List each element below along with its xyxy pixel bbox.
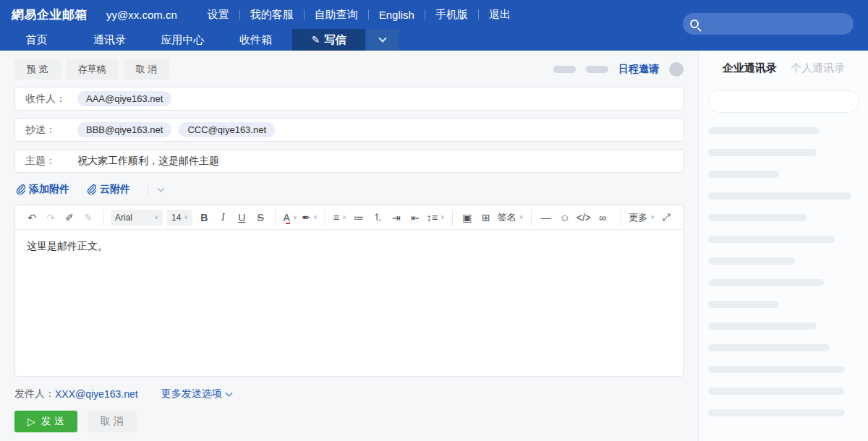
schedule-invite-link[interactable]: 日程邀请 <box>618 63 659 76</box>
chevron-down-icon: ∨ <box>293 214 297 220</box>
chevron-down-icon: ∨ <box>650 214 655 220</box>
global-search-input[interactable] <box>683 13 854 35</box>
skeleton-bar <box>708 409 845 416</box>
send-icon: ▷ <box>27 416 35 427</box>
fullscreen-button[interactable]: ⤢ <box>659 210 673 226</box>
placeholder-avatar-circle <box>669 62 684 77</box>
indent-button[interactable]: ⇥ <box>389 210 404 226</box>
subject-field[interactable]: 主题： 祝大家工作顺利，这是邮件主题 <box>14 149 684 173</box>
emoji-button[interactable]: ☺ <box>558 210 572 226</box>
placeholder-pill-2 <box>586 66 608 73</box>
insert-image-icon: ▣ <box>462 212 472 223</box>
nav-more-tabs-button[interactable] <box>367 29 399 51</box>
email-body-input[interactable]: 这里是邮件正文。 <box>15 230 683 376</box>
skeleton-bar <box>708 214 807 221</box>
add-attachment-link[interactable]: 添加附件 <box>16 183 69 196</box>
topbar-menu-item-3[interactable]: 自助查询 <box>305 8 368 22</box>
search-icon <box>690 20 699 28</box>
insert-image-button[interactable]: ▣ <box>460 210 475 226</box>
underline-button[interactable]: U <box>234 210 249 226</box>
send-button[interactable]: ▷ 发 送 <box>14 411 77 432</box>
outdent-button[interactable]: ⇤ <box>408 210 422 226</box>
toolbar-group-1: ↶↷✐✎ <box>22 210 98 226</box>
topbar-menu-item-2[interactable]: 我的客服 <box>240 8 304 22</box>
cc-recipient-pills: BBB@qiye163.netCCC@qiye163.net <box>77 122 282 137</box>
highlight-color-button[interactable]: ✒∨ <box>302 210 318 226</box>
undo-icon: ↶ <box>27 212 36 223</box>
recipient-pill[interactable]: BBB@qiye163.net <box>77 122 171 137</box>
emoji-icon: ☺ <box>560 212 570 223</box>
nav-tab-2[interactable]: 通讯录 <box>73 29 146 51</box>
font-color-button[interactable]: A∨ <box>283 210 297 226</box>
more-send-options-link[interactable]: 更多发送选项 <box>161 388 231 401</box>
chevron-down-icon[interactable] <box>158 185 165 192</box>
font-family-button[interactable]: Arial∨ <box>111 210 163 226</box>
nav-tab-1[interactable]: 首页 <box>0 29 73 51</box>
nav-tab-3[interactable]: 应用中心 <box>146 29 219 51</box>
topbar-menu-item-6[interactable]: 退出 <box>479 8 521 22</box>
italic-button[interactable]: I <box>216 210 230 226</box>
recipient-pill[interactable]: AAA@qiye163.net <box>77 91 171 106</box>
bold-icon: B <box>200 212 208 223</box>
numbered-list-button[interactable]: ⒈ <box>370 210 385 226</box>
chevron-down-icon <box>225 390 232 397</box>
nav-tab-4[interactable]: 收件箱 <box>219 29 292 51</box>
editor-toolbar: ↶↷✐✎Arial∨14∨BIUSA∨✒∨≡∨≔⒈⇥⇤↕≡∨▣⊞签名∨—☺</>… <box>15 205 683 230</box>
signature-icon: 签名 <box>498 211 516 224</box>
highlight-color-icon: ✒ <box>302 212 310 223</box>
cloud-attachment-link[interactable]: 云附件 <box>87 183 130 196</box>
indent-icon: ⇥ <box>392 212 401 223</box>
to-label: 收件人： <box>25 93 77 106</box>
account-email[interactable]: yy@xx.com.cn <box>106 9 177 21</box>
cancel-button-bottom[interactable]: 取 消 <box>88 411 137 432</box>
from-address-select[interactable]: XXX@qiye163.net <box>55 388 138 400</box>
skeleton-bar <box>708 171 779 178</box>
nav-tab-label: 通讯录 <box>93 33 126 47</box>
insert-table-button[interactable]: ⊞ <box>479 210 493 226</box>
insert-link-icon: ∞ <box>599 212 606 223</box>
more-tools-button[interactable]: 更多∨ <box>629 210 655 226</box>
contacts-loading-list <box>708 127 859 416</box>
strikethrough-button[interactable]: S <box>253 210 268 226</box>
cloud-attachment-label: 云附件 <box>100 183 130 196</box>
topbar-menu-item-1[interactable]: 设置 <box>197 8 239 22</box>
chevron-down-icon: ∨ <box>184 214 188 220</box>
contacts-tab-1[interactable]: 企业通讯录 <box>723 61 777 75</box>
cancel-button-top[interactable]: 取 消 <box>124 59 170 80</box>
nav-tab-5[interactable]: ✎写信 <box>292 29 365 51</box>
signature-button[interactable]: 签名∨ <box>498 210 524 226</box>
insert-table-icon: ⊞ <box>482 212 490 223</box>
contacts-tab-2[interactable]: 个人通讯录 <box>791 61 845 75</box>
insert-link-button[interactable]: ∞ <box>595 210 610 226</box>
contacts-search-input[interactable] <box>708 90 859 113</box>
chevron-down-icon: ∨ <box>441 214 445 220</box>
to-recipient-pills: AAA@qiye163.net <box>77 91 179 106</box>
insert-code-button[interactable]: </> <box>576 210 591 226</box>
to-field[interactable]: 收件人： AAA@qiye163.net <box>14 87 684 111</box>
font-size-icon: 14 <box>171 213 181 223</box>
bullet-list-button[interactable]: ≔ <box>352 210 366 226</box>
bold-button[interactable]: B <box>197 210 211 226</box>
clear-format-button[interactable]: ✐ <box>62 210 77 226</box>
align-button[interactable]: ≡∨ <box>333 210 347 226</box>
font-size-button[interactable]: 14∨ <box>167 210 192 226</box>
topbar-menu-item-4[interactable]: English <box>369 9 425 21</box>
preview-button[interactable]: 预 览 <box>14 59 61 80</box>
send-row: ▷ 发 送 取 消 <box>14 411 684 432</box>
subject-label: 主题： <box>25 155 77 168</box>
chevron-down-icon: ∨ <box>519 214 524 220</box>
line-height-button[interactable]: ↕≡∨ <box>427 210 445 226</box>
save-draft-button[interactable]: 存草稿 <box>66 59 119 80</box>
italic-icon: I <box>221 212 225 223</box>
nav-tab-label: 首页 <box>26 33 48 47</box>
contacts-sidebar: 企业通讯录个人通讯录 <box>698 51 868 441</box>
nav-tab-label: 写信 <box>324 33 346 47</box>
topbar-menu-item-5[interactable]: 手机版 <box>425 8 478 22</box>
toolbar-group-3: A∨✒∨ <box>275 210 320 226</box>
recipient-pill[interactable]: CCC@qiye163.net <box>179 122 275 137</box>
skeleton-bar <box>708 127 820 134</box>
undo-button[interactable]: ↶ <box>25 210 39 226</box>
skeleton-bar <box>708 301 779 308</box>
horizontal-rule-button[interactable]: — <box>539 210 553 226</box>
cc-field[interactable]: 抄送： BBB@qiye163.netCCC@qiye163.net <box>14 118 684 142</box>
